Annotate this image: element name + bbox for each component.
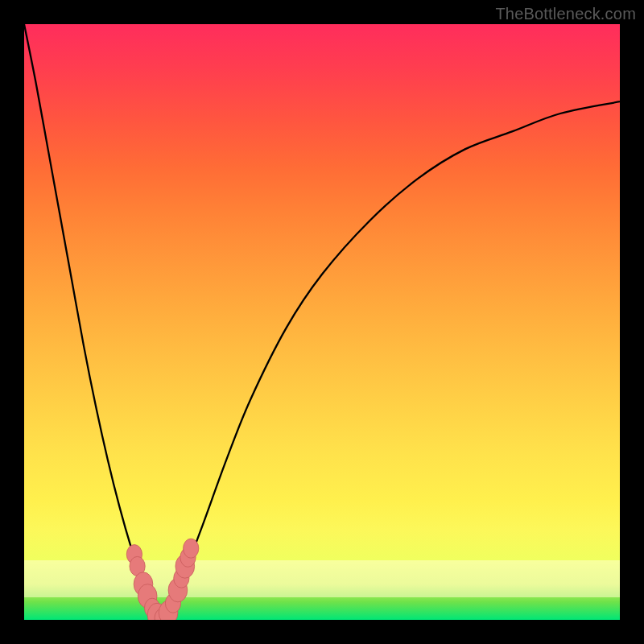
bottleneck-curve: [24, 24, 620, 620]
watermark-text: TheBottleneck.com: [495, 5, 636, 23]
curve-layer: [24, 24, 620, 620]
plot-area: [24, 24, 620, 620]
chart-frame: TheBottleneck.com: [0, 0, 644, 644]
data-marker: [184, 539, 199, 558]
